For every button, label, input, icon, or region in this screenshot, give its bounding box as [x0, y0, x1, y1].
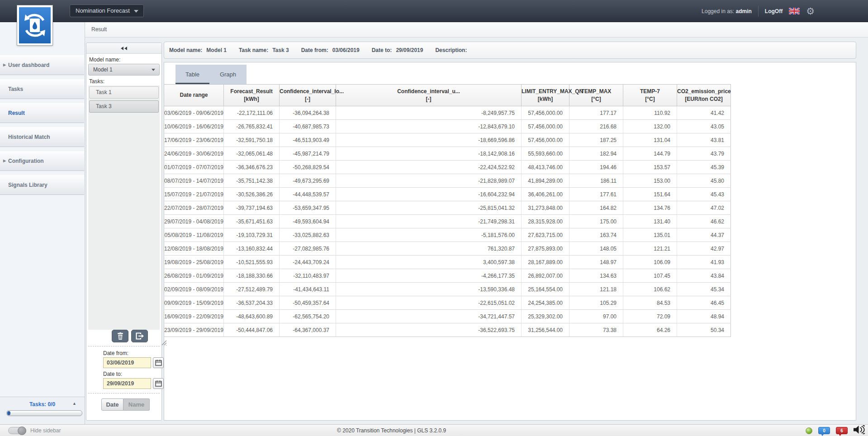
result-content-panel: TableGraph Date rangeForecast_Result[kWh…	[164, 62, 856, 421]
panel-resize-handle[interactable]	[161, 339, 167, 345]
collapse-left-icon	[124, 47, 127, 50]
column-header-co2-emission-price: CO2_emission_price[EUR/ton CO2]	[677, 85, 731, 106]
table-row: 16/09/2019 - 22/09/2019-48,643,600.89-62…	[164, 310, 731, 323]
results-table: Date rangeForecast_Result[kWh]Confidence…	[164, 84, 731, 337]
tab-table[interactable]: Table	[175, 65, 209, 85]
table-row: 24/06/2019 - 30/06/2019-32,065,061.48-45…	[164, 147, 731, 161]
sidebar-item-label: Signals Library	[8, 182, 47, 188]
task-list: Task 1Task 3	[88, 85, 160, 330]
panel-divider	[88, 393, 160, 393]
column-header-temp-7: TEMP-7[°C]	[623, 85, 677, 106]
date-to-input[interactable]: 29/09/2019	[103, 378, 151, 389]
tasks-status-panel: Tasks: 0/0 ▲	[0, 397, 85, 424]
column-header-confidence-interval-lo-: Confidence_interval_lo...[-]	[280, 85, 336, 106]
date-from-input[interactable]: 03/06/2019	[103, 357, 151, 368]
table-row: 02/09/2019 - 08/09/2019-27,512,489.79-41…	[164, 283, 731, 296]
hide-sidebar-toggle[interactable]	[8, 427, 26, 434]
delete-task-button[interactable]	[112, 330, 128, 342]
info-description-: Description:	[435, 47, 467, 53]
table-row: 29/07/2019 - 04/08/2019-35,671,451.63-49…	[164, 215, 731, 228]
tasks-label: Tasks:	[89, 78, 161, 85]
footer-status-icons: 0 6	[806, 426, 865, 436]
top-header: Nomination Forecast Logged in as: admin …	[0, 0, 868, 22]
tasks-progress-fill	[7, 411, 10, 415]
uk-flag-icon[interactable]	[789, 8, 800, 14]
collapse-panel-button[interactable]	[86, 43, 161, 54]
tasks-status-label: Tasks: 0/0	[0, 401, 85, 408]
collapse-up-icon[interactable]: ▲	[72, 401, 76, 406]
date-from-label: Date from:	[103, 350, 128, 356]
column-header-limit-entry-max-qn: LIMIT_ENTRY_MAX_QN[kWh]	[522, 85, 569, 106]
column-header-forecast-result: Forecast_Result[kWh]	[224, 85, 280, 106]
table-row: 26/08/2019 - 01/09/2019-18,188,330.66-32…	[164, 269, 731, 283]
tasks-progress-bar[interactable]	[6, 410, 82, 416]
table-row: 17/06/2019 - 23/06/2019-32,591,750.18-46…	[164, 133, 731, 147]
logoff-button[interactable]: LogOff	[765, 8, 783, 14]
table-row: 09/09/2019 - 15/09/2019-36,537,204.33-50…	[164, 296, 731, 310]
calendar-icon[interactable]	[153, 378, 164, 389]
sidebar-menu: ▶User dashboardTasksResultHistorical Mat…	[0, 55, 84, 199]
sidebar-item-signals-library[interactable]: Signals Library	[0, 175, 84, 195]
table-row: 23/09/2019 - 29/09/2019-50,444,847.06-64…	[164, 323, 731, 337]
info-model-name-: Model name:Model 1	[169, 47, 227, 53]
sidebar-item-label: Configuration	[8, 158, 44, 164]
footer-bar: Hide sidebar © 2020 Transition Technolog…	[0, 424, 868, 436]
info-date-from-: Date from:03/06/2019	[301, 47, 360, 53]
tab-graph[interactable]: Graph	[209, 65, 247, 85]
table-row: 19/08/2019 - 25/08/2019-10,521,555.93-24…	[164, 256, 731, 269]
sidebar-item-result[interactable]: Result	[0, 103, 84, 123]
model-select-value: Model 1	[93, 66, 113, 73]
sidebar: ▶User dashboardTasksResultHistorical Mat…	[0, 22, 85, 424]
table-row: 10/06/2019 - 16/06/2019-26,765,832.41-40…	[164, 120, 731, 133]
table-row: 15/07/2019 - 21/07/2019-30,526,386.26-44…	[164, 188, 731, 201]
view-tabs: TableGraph	[175, 65, 247, 85]
gear-icon[interactable]: ⚙	[806, 6, 815, 16]
result-info-bar: Model name:Model 1Task name:Task 3Date f…	[164, 42, 856, 59]
app-selector-dropdown[interactable]: Nomination Forecast	[70, 5, 144, 17]
app-window: Nomination Forecast Logged in as: admin …	[0, 0, 868, 436]
header-right-group: Logged in as: admin LogOff ⚙	[702, 0, 815, 22]
info-task-name-: Task name:Task 3	[239, 47, 289, 53]
table-row: 22/07/2019 - 28/07/2019-39,737,194.63-53…	[164, 201, 731, 215]
task-selection-panel: Model name: Model 1 Tasks: Task 1Task 3	[86, 43, 162, 421]
sidebar-item-label: Historical Match	[8, 134, 50, 140]
breadcrumb: Result	[91, 26, 107, 33]
chevron-down-icon	[152, 69, 155, 71]
sidebar-item-tasks[interactable]: Tasks	[0, 79, 84, 99]
export-task-button[interactable]	[131, 330, 148, 342]
table-header-row: Date rangeForecast_Result[kWh]Confidence…	[164, 85, 731, 106]
toggle-knob	[18, 427, 26, 435]
sort-by-name-button[interactable]: Name	[123, 398, 150, 411]
column-header-confidence-interval-u-: Confidence_interval_u...[-]	[336, 85, 522, 106]
column-header-temp-max: TEMP_MAX[°C]	[569, 85, 623, 106]
table-row: 05/08/2019 - 11/08/2019-19,103,729.31-33…	[164, 228, 731, 242]
collapse-left-icon	[121, 47, 123, 50]
task-list-item-task-3[interactable]: Task 3	[89, 100, 159, 113]
sidebar-item-historical-match[interactable]: Historical Match	[0, 127, 84, 147]
task-list-item-task-1[interactable]: Task 1	[89, 86, 159, 99]
column-header-date-range: Date range	[164, 85, 224, 106]
expand-arrow-icon: ▶	[3, 152, 6, 171]
status-led-icon	[806, 427, 812, 434]
table-row: 12/08/2019 - 18/08/2019-13,160,832.44-27…	[164, 242, 731, 256]
speaker-icon[interactable]	[854, 425, 865, 436]
sidebar-item-configuration[interactable]: ▶Configuration	[0, 151, 84, 171]
sort-by-date-button[interactable]: Date	[101, 398, 123, 411]
username: admin	[736, 8, 752, 14]
notifications-blue-badge[interactable]: 0	[818, 427, 830, 434]
app-logo	[17, 5, 52, 45]
table-row: 01/07/2019 - 07/07/2019-36,346,676.23-50…	[164, 161, 731, 174]
sidebar-item-user-dashboard[interactable]: ▶User dashboard	[0, 55, 84, 75]
notifications-red-badge[interactable]: 6	[836, 427, 848, 434]
date-to-label: Date to:	[103, 371, 122, 377]
task-actions	[86, 330, 161, 343]
app-selector-label: Nomination Forecast	[76, 7, 130, 14]
panel-divider	[88, 346, 160, 346]
model-name-label: Model name:	[89, 57, 161, 63]
breadcrumb-bar: Result	[85, 22, 868, 38]
sidebar-item-label: User dashboard	[8, 62, 49, 68]
model-select[interactable]: Model 1	[88, 64, 160, 76]
header-divider	[758, 6, 759, 17]
calendar-icon[interactable]	[153, 357, 164, 368]
table-row: 03/06/2019 - 09/06/2019-22,172,111.06-36…	[164, 106, 731, 120]
